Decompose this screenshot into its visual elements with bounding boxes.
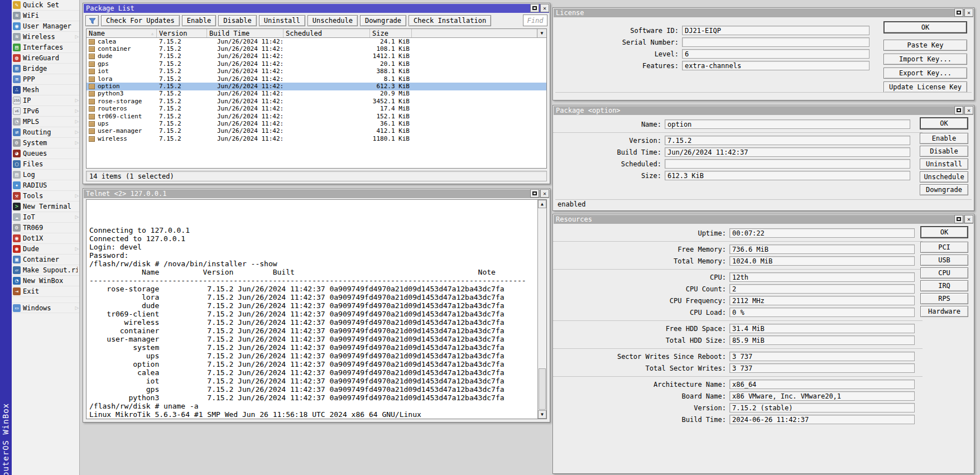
toolbar-button[interactable]: Enable bbox=[182, 15, 216, 26]
table-row[interactable]: user-manager 7.15.2 Jun/26/2024 11:42:37… bbox=[87, 128, 546, 135]
package-action-button[interactable]: Enable bbox=[920, 133, 968, 144]
table-row[interactable]: wireless 7.15.2 Jun/26/2024 11:42:37 118… bbox=[87, 135, 546, 142]
sidebar-item[interactable]: ▤ Interfaces ▷ bbox=[12, 42, 79, 53]
sidebar-item[interactable]: ◔ New WinBox ▷ bbox=[12, 276, 79, 286]
field-input[interactable]: 3 737 bbox=[729, 352, 915, 361]
field-input[interactable]: 6 bbox=[682, 49, 869, 59]
license-action-button[interactable]: Export Key... bbox=[883, 68, 967, 79]
license-titlebar[interactable]: License ✕ bbox=[554, 8, 973, 17]
sidebar-item[interactable]: ≋ WiFi ▷ bbox=[12, 11, 79, 21]
scrollbar-thumb[interactable] bbox=[539, 368, 546, 410]
vertical-scrollbar[interactable]: ▲ ▼ bbox=[537, 200, 546, 419]
field-input[interactable]: 2 bbox=[729, 284, 915, 294]
field-input[interactable]: x86 VMware, Inc. VMware20,1 bbox=[729, 391, 915, 401]
field-input[interactable]: 736.6 MiB bbox=[729, 244, 915, 254]
maximize-icon[interactable] bbox=[530, 4, 539, 12]
license-action-button[interactable]: Update License Key bbox=[883, 81, 967, 93]
sidebar-item[interactable]: ▣ Container ▷ bbox=[12, 255, 79, 265]
sidebar-item[interactable]: v6 IPv6 ▷ bbox=[12, 106, 79, 117]
field-input[interactable]: 7.15.2 bbox=[665, 136, 910, 145]
sidebar-item[interactable]: 255 IP ▷ bbox=[12, 95, 79, 106]
table-row[interactable]: container 7.15.2 Jun/26/2024 11:42:37 10… bbox=[87, 45, 546, 52]
table-row[interactable]: rose-storage 7.15.2 Jun/26/2024 11:42:37… bbox=[87, 98, 546, 105]
sidebar-item[interactable]: ◔ MPLS ▷ bbox=[12, 117, 79, 127]
field-input[interactable]: 612.3 KiB bbox=[665, 171, 910, 180]
table-row[interactable]: dude 7.15.2 Jun/26/2024 11:42:37 1412.1 … bbox=[87, 53, 546, 60]
maximize-icon[interactable] bbox=[954, 8, 963, 17]
sidebar-item[interactable]: ◉ Dot1X ▷ bbox=[12, 233, 79, 244]
maximize-icon[interactable] bbox=[954, 215, 963, 223]
toolbar-button[interactable]: Downgrade bbox=[360, 15, 406, 26]
toolbar-button[interactable]: Uninstall bbox=[259, 15, 305, 26]
license-action-button[interactable]: Import Key... bbox=[883, 54, 967, 65]
field-input[interactable]: 00:07:22 bbox=[729, 228, 915, 238]
package-action-button[interactable]: Uninstall bbox=[920, 159, 968, 170]
package-action-button[interactable]: Downgrade bbox=[920, 184, 968, 195]
sidebar-item[interactable]: > New Terminal ▷ bbox=[12, 201, 79, 212]
sidebar-item[interactable]: ≡ PPP ▷ bbox=[12, 74, 79, 85]
sidebar-item[interactable]: ▱ Make Supout.rif ▷ bbox=[12, 265, 79, 276]
resources-action-button[interactable]: IRQ bbox=[920, 280, 968, 291]
table-row[interactable]: python3 7.15.2 Jun/26/2024 11:42:37 20.9… bbox=[87, 90, 546, 98]
column-header-name[interactable]: Name ▵ bbox=[87, 29, 157, 37]
field-input[interactable]: x86_64 bbox=[729, 380, 915, 389]
table-row[interactable]: iot 7.15.2 Jun/26/2024 11:42:37 388.1 Ki… bbox=[87, 68, 546, 75]
field-input[interactable]: 1024.0 MiB bbox=[729, 256, 915, 266]
package-action-button[interactable]: Disable bbox=[920, 146, 968, 157]
field-input[interactable]: 12th bbox=[729, 272, 915, 282]
field-input[interactable]: 85.9 MiB bbox=[729, 335, 915, 345]
column-header-size[interactable]: Size bbox=[370, 29, 412, 37]
sidebar-item[interactable]: ▤ Log ▷ bbox=[12, 170, 79, 180]
table-row[interactable]: tr069-client 7.15.2 Jun/26/2024 11:42:37… bbox=[87, 113, 546, 120]
field-input[interactable]: extra-channels bbox=[682, 61, 869, 70]
table-row[interactable]: ups 7.15.2 Jun/26/2024 11:42:37 36.1 KiB bbox=[87, 120, 546, 127]
sidebar-item[interactable]: ⚒ Tools ▷ bbox=[12, 191, 79, 201]
field-input[interactable]: 2024-06-26 11:42:37 bbox=[729, 415, 915, 424]
resources-titlebar[interactable]: Resources ✕ bbox=[554, 215, 973, 224]
column-dropdown-icon[interactable]: ▼ bbox=[537, 29, 546, 37]
package-action-button[interactable]: Unschedule bbox=[920, 171, 968, 183]
maximize-icon[interactable] bbox=[954, 106, 963, 114]
field-input[interactable]: 0 % bbox=[729, 308, 915, 317]
toolbar-button[interactable]: Unschedule bbox=[308, 15, 358, 26]
terminal-area[interactable]: Connecting to 127.0.0.1 Connected to 127… bbox=[86, 199, 547, 419]
sidebar-item[interactable]: ▢ Files ▷ bbox=[12, 159, 79, 170]
sidebar-item[interactable]: ◉ User Manager ▷ bbox=[12, 21, 79, 32]
close-icon[interactable]: ✕ bbox=[964, 215, 973, 223]
column-header-version[interactable]: Version bbox=[157, 29, 207, 37]
license-action-button[interactable]: OK bbox=[883, 21, 967, 33]
sidebar-item[interactable]: ≋ Wireless ▷ bbox=[12, 32, 79, 42]
column-header-scheduled[interactable]: Scheduled bbox=[284, 29, 370, 37]
telnet-titlebar[interactable]: Telnet <2> 127.0.0.1 ✕ bbox=[84, 189, 549, 198]
resources-action-button[interactable]: RPS bbox=[920, 293, 968, 304]
field-input[interactable]: 7.15.2 (stable) bbox=[729, 403, 915, 412]
field-input[interactable] bbox=[682, 37, 869, 47]
package-option-titlebar[interactable]: Package <option> ✕ bbox=[554, 106, 973, 115]
field-input[interactable]: DJ21-EIQP bbox=[682, 26, 869, 35]
sidebar-item[interactable]: ◕ Queues ▷ bbox=[12, 148, 79, 159]
column-header-build-time[interactable]: Build Time bbox=[207, 29, 284, 37]
resources-action-button[interactable]: CPU bbox=[920, 267, 968, 279]
package-action-button[interactable]: OK bbox=[920, 117, 968, 129]
resources-action-button[interactable]: PCI bbox=[920, 242, 968, 253]
resources-action-button[interactable]: USB bbox=[920, 255, 968, 266]
field-input[interactable]: 3 737 bbox=[729, 363, 915, 373]
sidebar-item[interactable]: ∴ Mesh ▷ bbox=[12, 85, 79, 95]
toolbar-button[interactable]: Disable bbox=[218, 15, 257, 26]
license-action-button[interactable]: Paste Key bbox=[883, 40, 967, 51]
close-icon[interactable]: ✕ bbox=[540, 4, 549, 12]
sidebar-item[interactable]: ☁ IoT ▷ bbox=[12, 212, 79, 223]
table-row[interactable]: calea 7.15.2 Jun/26/2024 11:42:37 24.1 K… bbox=[87, 38, 546, 45]
sidebar-item[interactable]: ⊞ Bridge ▷ bbox=[12, 64, 79, 74]
close-icon[interactable]: ✕ bbox=[964, 106, 973, 114]
scroll-up-icon[interactable]: ▲ bbox=[538, 200, 546, 208]
sidebar-item[interactable]: ⇄ Routing ▷ bbox=[12, 127, 79, 138]
package-list-titlebar[interactable]: Package List ✕ bbox=[84, 4, 549, 13]
toolbar-button[interactable]: Check For Updates bbox=[101, 15, 180, 26]
field-input[interactable]: option bbox=[665, 119, 910, 129]
sidebar-item[interactable]: ▭ Windows ▷ bbox=[12, 303, 79, 313]
field-input[interactable]: 2112 MHz bbox=[729, 296, 915, 305]
sidebar-item[interactable]: ◍ WireGuard ▷ bbox=[12, 53, 79, 64]
field-input[interactable] bbox=[665, 159, 910, 169]
close-icon[interactable]: ✕ bbox=[964, 8, 973, 17]
